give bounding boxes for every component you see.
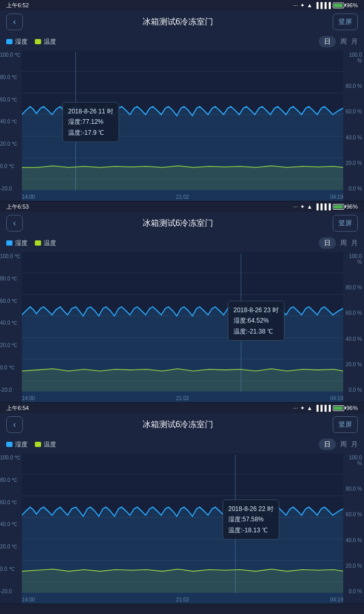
panel-1: 上午6:52 ··· ✦ ▲ ▐▐▐▐ 96% ‹ 冰箱测试6冷冻室门 竖屏 湿… xyxy=(0,0,364,201)
tab-week-3[interactable]: 周 xyxy=(340,440,347,449)
svg-marker-9 xyxy=(22,107,343,201)
y-labels-right-1: 100.0 %80.0 %60.0 %40.0 %20.0 %0.0 % xyxy=(343,50,364,201)
dots-icon-2: ··· xyxy=(293,203,298,210)
back-button-1[interactable]: ‹ xyxy=(6,14,23,30)
panel-header-2: ‹ 冰箱测试6冷冻室门 竖屏 xyxy=(0,212,364,235)
x-label-2-0: 14:00 xyxy=(22,395,35,401)
landscape-button-1[interactable]: 竖屏 xyxy=(333,14,358,30)
landscape-label-2: 竖屏 xyxy=(339,219,352,228)
status-time-1: 上午6:52 xyxy=(6,2,29,9)
wifi-icon: ▲ xyxy=(307,2,313,8)
humidity-label-2: 湿度 xyxy=(15,239,28,248)
battery-icon-2 xyxy=(333,204,344,210)
x-label-3-2: 04:19 xyxy=(330,597,343,603)
svg-marker-29 xyxy=(22,507,343,604)
wifi-icon-2: ▲ xyxy=(307,203,313,210)
status-bar-1: 上午6:52 ··· ✦ ▲ ▐▐▐▐ 96% xyxy=(0,0,364,10)
signal-icon: ▐▐▐▐ xyxy=(315,2,331,8)
x-label-1-0: 14:00 xyxy=(22,194,35,200)
humidity-label-1: 湿度 xyxy=(15,37,28,46)
legend-tabs-2: 湿度 温度 日 周 月 xyxy=(0,235,364,251)
tabs-1: 日 周 月 xyxy=(319,36,358,47)
status-time-2: 上午6:53 xyxy=(6,203,29,211)
legend-temperature-3: 温度 xyxy=(35,440,56,449)
cursor-vline-1 xyxy=(75,52,76,190)
signal-icon-3: ▐▐▐▐ xyxy=(315,405,331,411)
landscape-button-2[interactable]: 竖屏 xyxy=(333,215,358,232)
temperature-color-3 xyxy=(35,442,41,447)
back-arrow-icon-3: ‹ xyxy=(13,420,16,429)
back-button-3[interactable]: ‹ xyxy=(6,416,23,433)
chart-svg-1 xyxy=(22,50,343,201)
x-labels-2: 14:00 21:02 04:19 xyxy=(22,395,343,401)
chart-container-1[interactable]: 100.0 ℃80.0 ℃60.0 ℃40.0 ℃20.0 ℃0.0 ℃-20.… xyxy=(0,50,364,201)
bluetooth-icon: ✦ xyxy=(300,2,305,9)
tab-month-2[interactable]: 月 xyxy=(351,238,358,248)
y-labels-left-2: 100.0 ℃80.0 ℃60.0 ℃40.0 ℃20.0 ℃0.0 ℃-20.… xyxy=(0,251,22,402)
y-labels-left-1: 100.0 ℃80.0 ℃60.0 ℃40.0 ℃20.0 ℃0.0 ℃-20.… xyxy=(0,50,22,201)
back-button-2[interactable]: ‹ xyxy=(6,215,23,232)
wifi-icon-3: ▲ xyxy=(307,405,313,411)
temperature-label-1: 温度 xyxy=(44,37,56,46)
tab-day-2[interactable]: 日 xyxy=(319,237,336,249)
landscape-label-1: 竖屏 xyxy=(339,17,352,27)
legend-tabs-1: 湿度 温度 日 周 月 xyxy=(0,33,364,50)
status-icons-1: ··· ✦ ▲ ▐▐▐▐ 96% xyxy=(293,2,358,9)
temperature-label-3: 温度 xyxy=(44,440,56,449)
humidity-color-3 xyxy=(6,442,12,447)
cursor-vline-3 xyxy=(235,455,236,593)
back-arrow-icon-2: ‹ xyxy=(13,219,16,228)
x-labels-1: 14:00 21:02 04:19 xyxy=(22,194,343,200)
status-bar-3: 上午6:54 ··· ✦ ▲ ▐▐▐▐ 96% xyxy=(0,403,364,413)
temperature-label-2: 温度 xyxy=(44,239,56,248)
landscape-label-3: 竖屏 xyxy=(339,420,352,429)
panel-2: 上午6:53 ··· ✦ ▲ ▐▐▐▐ 96% ‹ 冰箱测试6冷冻室门 竖屏 湿… xyxy=(0,201,364,403)
x-label-1-1: 21:02 xyxy=(176,194,189,200)
tab-month-1[interactable]: 月 xyxy=(351,37,358,46)
landscape-button-3[interactable]: 竖屏 xyxy=(333,416,358,433)
legend-temperature-1: 温度 xyxy=(35,37,56,46)
x-label-2-2: 04:19 xyxy=(330,395,343,401)
panel-title-2: 冰箱测试6冷冻室门 xyxy=(142,218,214,229)
bluetooth-icon-2: ✦ xyxy=(300,203,305,210)
battery-pct-3: 96% xyxy=(346,405,358,411)
panel-header-1: ‹ 冰箱测试6冷冻室门 竖屏 xyxy=(0,10,364,33)
x-label-3-1: 21:02 xyxy=(176,597,189,603)
legend-2: 湿度 温度 xyxy=(6,239,56,248)
legend-3: 湿度 温度 xyxy=(6,440,56,449)
back-arrow-icon-1: ‹ xyxy=(13,17,16,27)
humidity-color-1 xyxy=(6,39,12,44)
legend-humidity-2: 湿度 xyxy=(6,239,28,248)
battery-icon xyxy=(333,3,344,8)
battery-icon-3 xyxy=(333,405,344,411)
tab-week-2[interactable]: 周 xyxy=(340,238,347,248)
bluetooth-icon-3: ✦ xyxy=(300,405,305,412)
legend-temperature-2: 温度 xyxy=(35,239,56,248)
chart-container-3[interactable]: 100.0 ℃80.0 ℃60.0 ℃40.0 ℃20.0 ℃0.0 ℃-20.… xyxy=(0,453,364,604)
chart-container-2[interactable]: 100.0 ℃80.0 ℃60.0 ℃40.0 ℃20.0 ℃0.0 ℃-20.… xyxy=(0,251,364,402)
panel-3: 上午6:54 ··· ✦ ▲ ▐▐▐▐ 96% ‹ 冰箱测试6冷冻室门 竖屏 湿… xyxy=(0,403,364,604)
status-time-3: 上午6:54 xyxy=(6,404,29,412)
chart-svg-3 xyxy=(22,453,343,604)
tab-month-3[interactable]: 月 xyxy=(351,440,358,449)
x-label-1-2: 04:19 xyxy=(330,194,343,200)
signal-icon-2: ▐▐▐▐ xyxy=(315,203,331,210)
tabs-3: 日 周 月 xyxy=(319,439,358,450)
panel-title-3: 冰箱测试6冷冻室门 xyxy=(142,419,214,430)
humidity-label-3: 湿度 xyxy=(15,440,28,449)
cursor-vline-2 xyxy=(241,253,241,392)
x-labels-3: 14:00 21:02 04:19 xyxy=(22,597,343,603)
y-labels-left-3: 100.0 ℃80.0 ℃60.0 ℃40.0 ℃20.0 ℃0.0 ℃-20.… xyxy=(0,453,22,604)
x-label-3-0: 14:00 xyxy=(22,597,35,603)
tabs-2: 日 周 月 xyxy=(319,237,358,249)
dots-icon-3: ··· xyxy=(293,405,298,411)
tab-week-1[interactable]: 周 xyxy=(340,37,347,46)
battery-pct: 96% xyxy=(346,2,358,8)
legend-1: 湿度 温度 xyxy=(6,37,56,46)
tab-day-1[interactable]: 日 xyxy=(319,36,336,47)
status-icons-3: ··· ✦ ▲ ▐▐▐▐ 96% xyxy=(293,405,358,412)
temperature-color-1 xyxy=(35,39,41,44)
dots-icon: ··· xyxy=(293,2,298,8)
tab-day-3[interactable]: 日 xyxy=(319,439,336,450)
status-icons-2: ··· ✦ ▲ ▐▐▐▐ 96% xyxy=(293,203,358,210)
